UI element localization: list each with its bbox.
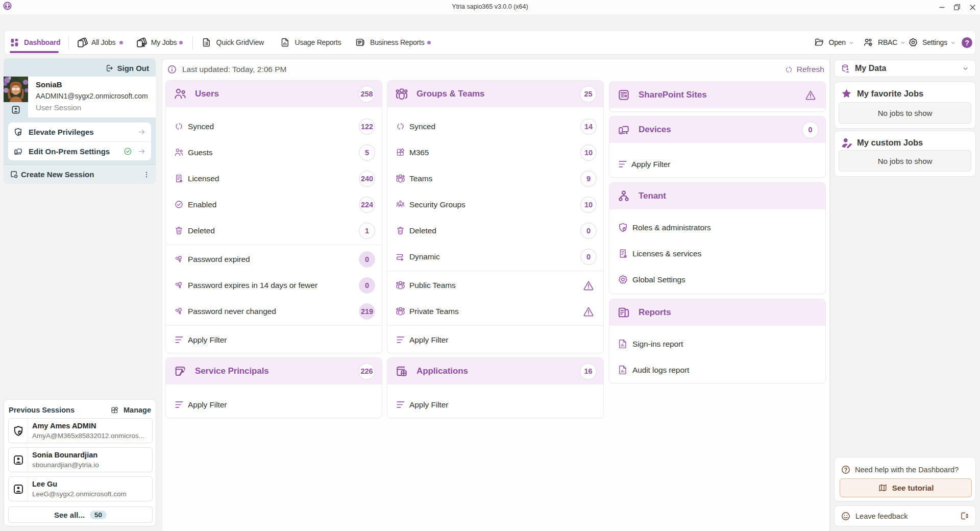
users-apply-filter-button[interactable]: Apply Filter: [166, 327, 382, 353]
settings-menu-button[interactable]: Settings: [908, 31, 956, 54]
tab-label: Dashboard: [24, 38, 60, 46]
nav-separator: [68, 36, 69, 50]
need-help-row: Need help with the Dashboard?: [841, 465, 959, 475]
smiley-icon: [841, 511, 851, 521]
users-row-password-expires-in-14-days-or-fewer[interactable]: Password expires in 14 days or fewer0: [166, 272, 382, 298]
action-label: Edit On-Prem Settings: [29, 147, 124, 156]
service-principals-count-badge: 226: [358, 363, 375, 380]
session-texts: Sonia Bounardjiansbounardjian@ytria.io: [28, 450, 99, 470]
no-custom-jobs-message: No jobs to show: [839, 150, 971, 172]
users-card-header[interactable]: Users258: [166, 81, 382, 107]
reports-card-header[interactable]: Reports: [609, 299, 825, 326]
session-texts: Lee GuLeeG@sygx2.onmicrosoft.com: [28, 479, 127, 499]
users-icon: [174, 87, 187, 101]
groups-teams-apply-filter-button[interactable]: Apply Filter: [387, 327, 603, 353]
tab-usage-reports[interactable]: Usage Reports: [280, 31, 341, 54]
license-icon: [174, 174, 184, 183]
filter-icon: [174, 400, 184, 409]
session-email: LeeG@sygx2.onmicrosoft.com: [32, 489, 127, 499]
key-icon: [174, 254, 184, 264]
manage-sessions-button[interactable]: Manage: [110, 406, 151, 415]
users-row-licensed[interactable]: Licensed240: [166, 165, 382, 191]
roles-administrators-link[interactable]: Roles & administrators: [609, 214, 825, 240]
tab-business-reports[interactable]: Business Reports: [355, 31, 425, 54]
chevron-down-icon: [900, 40, 906, 46]
users-row-deleted[interactable]: Deleted1: [166, 218, 382, 244]
restore-button[interactable]: [949, 0, 965, 14]
card-body: Sign-ins report Audit logs report: [609, 326, 825, 383]
my-jobs-icon: [136, 36, 148, 49]
avatar[interactable]: [4, 77, 28, 102]
users-row-guests[interactable]: Guests5: [166, 139, 382, 165]
my-favorite-jobs-title: My favorite Jobs: [857, 89, 923, 99]
tenant-card-header[interactable]: Tenant: [609, 183, 825, 209]
active-tab-underline: [10, 51, 59, 53]
users-row-password-expired[interactable]: Password expired0: [166, 246, 382, 272]
license-icon: [618, 248, 628, 259]
session-email: sbounardjian@ytria.io: [32, 460, 99, 470]
filter-icon: [618, 159, 627, 169]
tab-my-jobs[interactable]: My Jobs: [136, 31, 177, 54]
tab-quick-gridview[interactable]: Quick GridView: [202, 31, 264, 54]
session-list-item[interactable]: Sonia Bounardjiansbounardjian@ytria.io: [8, 447, 153, 472]
right-panel-divider: [830, 55, 830, 531]
stat-label: Password expired: [188, 255, 359, 264]
audit-logs-report-link[interactable]: Audit logs report: [609, 357, 825, 383]
help-button[interactable]: ?: [962, 37, 972, 48]
devices-edit-icon: [13, 147, 23, 156]
users-row-enabled[interactable]: Enabled224: [166, 191, 382, 218]
groups-teams-row-m365[interactable]: M36510: [387, 139, 603, 165]
groups-teams-card-header[interactable]: Groups & Teams25: [387, 81, 603, 107]
kebab-menu-icon[interactable]: [142, 171, 151, 179]
map-icon: [878, 483, 888, 493]
groups-teams-row-dynamic[interactable]: Dynamic0: [387, 244, 603, 270]
circle-check-icon: [174, 200, 184, 209]
users-row-password-never-changed[interactable]: Password never changed219: [166, 298, 382, 324]
session-list-item[interactable]: Amy Ames ADMINAmyA@M365x85832012.onmicro…: [8, 418, 153, 443]
sign-out-button[interactable]: Sign Out: [105, 62, 150, 74]
divider-line: [166, 325, 382, 326]
service-principals-apply-filter-button[interactable]: Apply Filter: [166, 392, 382, 418]
licenses-services-link[interactable]: Licenses & services: [609, 240, 825, 267]
create-new-session-button[interactable]: Create New Session: [4, 164, 156, 184]
see-tutorial-button[interactable]: See tutorial: [840, 478, 972, 497]
rbac-menu-button[interactable]: RBAC: [863, 31, 906, 54]
stat-count-badge: 240: [359, 171, 375, 187]
leave-feedback-card[interactable]: Leave feedback: [834, 505, 976, 526]
filter-icon: [396, 335, 405, 345]
groups-teams-row-synced[interactable]: Synced14: [387, 113, 603, 139]
shield-plus-icon: [13, 127, 23, 137]
edit-on-prem-settings-button[interactable]: Edit On-Prem Settings: [8, 141, 151, 160]
groups-teams-row-teams[interactable]: Teams9: [387, 165, 603, 191]
users-row-synced[interactable]: Synced122: [166, 113, 382, 139]
devices-apply-filter-button[interactable]: Apply Filter: [609, 151, 825, 177]
close-button[interactable]: [965, 0, 980, 14]
see-all-button[interactable]: See all... 50: [8, 506, 153, 523]
sharepoint-card: SharePoint Sites: [609, 81, 826, 112]
chevron-down-icon[interactable]: [962, 65, 969, 73]
tab-all-jobs[interactable]: All Jobs: [77, 31, 115, 54]
devices-card-header[interactable]: Devices0: [609, 116, 825, 143]
groups-teams-row-deleted[interactable]: Deleted0: [387, 218, 603, 244]
sharepoint-card-header[interactable]: SharePoint Sites: [609, 82, 825, 108]
session-list-item[interactable]: Lee GuLeeG@sygx2.onmicrosoft.com: [8, 476, 153, 501]
shield-check-purple-icon: [618, 222, 628, 233]
applications-card-header[interactable]: Applications16: [387, 358, 603, 384]
minimize-button[interactable]: [934, 0, 949, 14]
tab-dashboard[interactable]: Dashboard: [10, 31, 61, 54]
sign-ins-report-link[interactable]: Sign-ins report: [609, 331, 825, 357]
open-menu-button[interactable]: Open: [814, 31, 854, 54]
refresh-button[interactable]: Refresh: [785, 64, 824, 75]
groups-teams-row-security-groups[interactable]: Security Groups10: [387, 191, 603, 218]
groups-teams-row-public-teams[interactable]: Public Teams: [387, 272, 603, 298]
service-principals-card-header[interactable]: Service Principals226: [166, 358, 382, 384]
elevate-privileges-button[interactable]: Elevate Privileges: [8, 123, 151, 141]
global-settings-link[interactable]: Global Settings: [609, 267, 825, 293]
doc-chart-icon: [618, 339, 628, 349]
my-data-card[interactable]: My Data: [834, 60, 976, 77]
groups-teams-row-private-teams[interactable]: Private Teams: [387, 298, 603, 324]
apply-filter-label: Apply Filter: [409, 335, 597, 345]
stat-count-badge: 0: [359, 277, 375, 294]
applications-apply-filter-button[interactable]: Apply Filter: [387, 392, 603, 418]
stat-count-badge: 10: [580, 197, 597, 213]
